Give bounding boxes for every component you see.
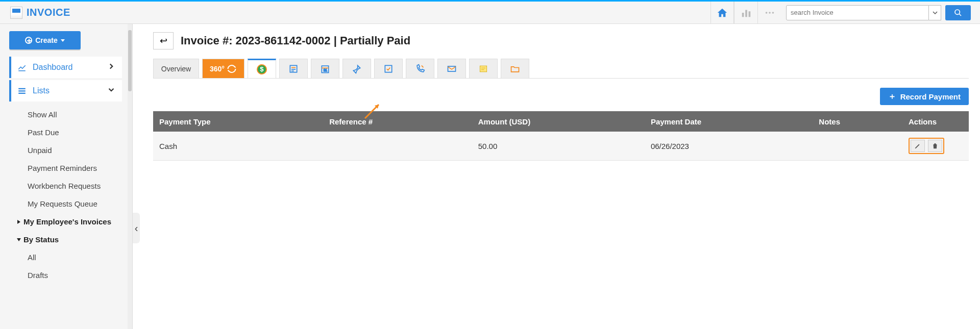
sidebar-item-dashboard[interactable]: Dashboard bbox=[9, 57, 122, 78]
chevron-down-icon bbox=[107, 85, 116, 96]
tab-pin[interactable] bbox=[342, 59, 371, 78]
col-payment-date[interactable]: Payment Date bbox=[645, 111, 813, 132]
app-title: INVOICE bbox=[27, 7, 70, 18]
edit-payment-button[interactable] bbox=[911, 140, 925, 152]
mail-icon bbox=[447, 64, 457, 74]
form-icon bbox=[288, 64, 299, 74]
list-icon bbox=[17, 86, 28, 95]
home-button[interactable] bbox=[710, 2, 734, 24]
folder-icon bbox=[510, 64, 520, 74]
dollar-icon: $ bbox=[257, 64, 267, 74]
page-title: Invoice #: 2023-861142-0002 | Partially … bbox=[181, 34, 410, 47]
tab-overview[interactable]: Overview bbox=[153, 59, 199, 78]
trash-icon bbox=[932, 142, 939, 149]
tab-calls[interactable] bbox=[406, 59, 434, 78]
back-arrow-icon: ↩ bbox=[160, 35, 167, 46]
tab-attachments[interactable] bbox=[501, 59, 529, 78]
list-item-payment-reminders[interactable]: Payment Reminders bbox=[9, 159, 127, 177]
cell-date: 06/26/2023 bbox=[645, 132, 813, 161]
list-item-my-requests-queue[interactable]: My Requests Queue bbox=[9, 195, 127, 213]
chevron-right-icon bbox=[17, 220, 20, 224]
list-item-show-all[interactable]: Show All bbox=[9, 106, 127, 123]
sidebar-scrollbar[interactable] bbox=[128, 24, 132, 329]
svg-rect-20 bbox=[480, 66, 486, 72]
svg-rect-8 bbox=[18, 88, 26, 89]
svg-rect-9 bbox=[18, 90, 26, 91]
record-payment-button[interactable]: ＋ Record Payment bbox=[880, 88, 969, 105]
table-row: Cash 50.00 06/26/2023 bbox=[153, 132, 969, 161]
svg-rect-1 bbox=[745, 10, 747, 17]
search-filter-dropdown[interactable] bbox=[929, 5, 941, 20]
reports-button[interactable] bbox=[734, 2, 757, 24]
bar-chart-icon bbox=[741, 7, 752, 18]
tab-details[interactable] bbox=[279, 59, 308, 78]
svg-point-4 bbox=[769, 12, 771, 14]
svg-rect-10 bbox=[18, 93, 26, 94]
cell-amount: 50.00 bbox=[472, 132, 645, 161]
checkbox-icon bbox=[383, 64, 394, 74]
chevron-right-icon bbox=[107, 62, 116, 73]
calendar-icon: 31 bbox=[320, 64, 330, 74]
detail-tabs: Overview 360° $ 31 bbox=[153, 59, 969, 79]
col-reference[interactable]: Reference # bbox=[323, 111, 472, 132]
svg-line-7 bbox=[959, 14, 961, 16]
tab-360[interactable]: 360° bbox=[202, 59, 244, 78]
sidebar-item-lists[interactable]: Lists bbox=[9, 80, 122, 102]
cell-actions bbox=[902, 132, 969, 161]
cell-notes bbox=[813, 132, 902, 161]
plus-icon bbox=[25, 37, 32, 44]
search-icon bbox=[954, 9, 962, 17]
svg-rect-2 bbox=[748, 11, 750, 17]
svg-point-3 bbox=[765, 12, 767, 14]
cell-payment-type: Cash bbox=[153, 132, 323, 161]
list-item-workbench-requests[interactable]: Workbench Requests bbox=[9, 177, 127, 195]
col-amount[interactable]: Amount (USD) bbox=[472, 111, 645, 132]
pencil-icon bbox=[914, 142, 921, 149]
tab-calendar[interactable]: 31 bbox=[311, 59, 339, 78]
svg-text:31: 31 bbox=[324, 68, 328, 72]
pin-icon bbox=[352, 64, 362, 74]
note-icon bbox=[478, 64, 488, 74]
col-payment-type[interactable]: Payment Type bbox=[153, 111, 323, 132]
home-icon bbox=[717, 7, 728, 18]
sidebar-label: Lists bbox=[33, 86, 50, 95]
refresh-icon bbox=[227, 64, 237, 74]
invoice-icon bbox=[10, 7, 22, 19]
app-logo[interactable]: INVOICE bbox=[10, 7, 70, 19]
col-actions[interactable]: Actions bbox=[902, 111, 969, 132]
payments-table: Payment Type Reference # Amount (USD) Pa… bbox=[153, 111, 969, 161]
list-item-unpaid[interactable]: Unpaid bbox=[9, 141, 127, 159]
search-input[interactable] bbox=[786, 5, 929, 20]
list-item-drafts[interactable]: Drafts bbox=[9, 266, 127, 284]
phone-icon bbox=[415, 64, 425, 74]
chevron-down-icon bbox=[61, 39, 65, 42]
create-button[interactable]: Create bbox=[9, 31, 81, 49]
chart-line-icon bbox=[17, 63, 28, 72]
cell-reference bbox=[323, 132, 472, 161]
chevron-down-icon bbox=[933, 10, 938, 15]
tab-notes[interactable] bbox=[469, 59, 498, 78]
back-button[interactable]: ↩ bbox=[153, 32, 174, 49]
sidebar-label: Dashboard bbox=[33, 63, 72, 72]
dots-icon bbox=[764, 7, 775, 18]
sidebar-group-by-status[interactable]: By Status bbox=[9, 231, 127, 248]
svg-point-6 bbox=[955, 10, 960, 14]
search-button[interactable] bbox=[945, 5, 971, 20]
plus-icon: ＋ bbox=[888, 91, 896, 102]
create-label: Create bbox=[35, 36, 58, 44]
chevron-down-icon bbox=[17, 238, 21, 241]
delete-payment-button[interactable] bbox=[928, 140, 942, 152]
sidebar-collapse-handle[interactable] bbox=[133, 213, 140, 243]
tab-email[interactable] bbox=[437, 59, 466, 78]
list-item-past-due[interactable]: Past Due bbox=[9, 123, 127, 141]
list-item-all[interactable]: All bbox=[9, 248, 127, 266]
svg-rect-18 bbox=[385, 65, 391, 72]
col-notes[interactable]: Notes bbox=[813, 111, 902, 132]
svg-rect-0 bbox=[742, 13, 744, 17]
tab-payments[interactable]: $ bbox=[248, 59, 276, 78]
more-menu-button[interactable] bbox=[757, 2, 781, 24]
svg-point-5 bbox=[772, 12, 774, 14]
sidebar-group-employee-invoices[interactable]: My Employee's Invoices bbox=[9, 213, 127, 231]
tab-tasks[interactable] bbox=[374, 59, 403, 78]
